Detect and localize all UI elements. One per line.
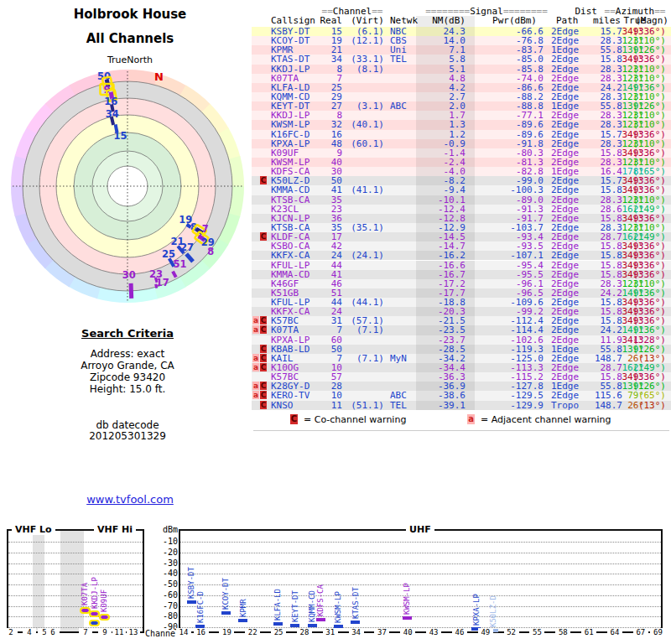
cell-callsign: KMMA-CD [271, 185, 309, 195]
cell-nm-db: -38.6 [438, 391, 466, 400]
signal-bar-kkdj-lp [91, 612, 98, 615]
cell-network: MyN [390, 354, 407, 363]
uhf-channel-tick: 31 [323, 628, 338, 636]
cell-nm-db: -39.1 [438, 401, 466, 410]
uhf-channel-tick: 58 [555, 628, 570, 636]
table-row: KMMA-CD41(41.1)-9.4-100.32Edge15.8349°(3… [252, 185, 671, 195]
cell-real-channel: 32 [331, 120, 342, 129]
search-zipcode: Zipcode 93420 [35, 371, 220, 383]
co-channel-warning-icon: C [260, 363, 267, 371]
col-header-virt: (Virt) [351, 16, 384, 26]
channel-number-label: 17 [156, 277, 169, 288]
cell-real-channel: 10 [331, 391, 342, 400]
cell-real-channel: 24 [331, 251, 342, 260]
cell-dist-miles: 28.3 [601, 120, 623, 129]
dbm-tick-label: -50 [141, 579, 178, 589]
uhf-channel-tick: 43 [426, 628, 441, 636]
col-header-netwk: Netwk [390, 16, 418, 26]
bar-label-klfa-ld: KLFA-LD [273, 589, 282, 621]
cell-azimuth-magnetic: (336°) [632, 185, 666, 195]
dbm-tick-label: -10 [141, 537, 178, 546]
co-channel-warning-icon: C [260, 232, 267, 241]
bar-label-k09uf: K09UF [100, 589, 108, 612]
dbm-tick-label: -20 [141, 548, 178, 557]
cell-power-dbm: -85.0 [516, 55, 544, 64]
adjacent-channel-warning-label: = Adjacent channel warning [481, 414, 611, 425]
table-row: CKNSO11(51.1)TEL-39.1-129.9Tropo148.726°… [252, 401, 671, 410]
signal-bar-kcoy-dt [221, 611, 231, 615]
dbm-gridline [180, 616, 661, 617]
nm-column-shading [416, 111, 475, 120]
cell-callsign: K07TA [271, 325, 299, 335]
cell-real-channel: 34 [331, 55, 342, 64]
signal-bar-kqmm-cd [308, 624, 317, 627]
signal-bar-kwsm-lp [403, 616, 412, 620]
vhf-channel-tick: 2 [4, 628, 18, 636]
table-row: KTAS-DT34(33.1)TEL5.8-85.02Edge15.8349°(… [252, 55, 671, 64]
channel-number-label: 8 [207, 246, 214, 257]
cell-power-dbm: -114.4 [510, 325, 544, 335]
cell-azimuth-magnetic: (336°) [632, 55, 666, 64]
tvfool-link[interactable]: www.tvfool.com [86, 493, 174, 506]
bar-label-kdfs-ca: KDFS-CA [316, 584, 325, 616]
table-row: K16FC-D161.2-89.62Edge15.7349°(336°) [252, 130, 671, 139]
adjacent-warning-icon: a [252, 325, 259, 334]
cell-virtual-channel: (60.1) [351, 139, 384, 148]
uhf-channel-tick: 69 [650, 628, 665, 636]
cell-callsign: KNSO [271, 401, 294, 410]
cell-nm-db: -23.5 [438, 325, 466, 335]
table-row: KTSB-CA35-10.1-89.02Edge28.3123°(110°) [252, 195, 671, 205]
col-header-nmdb: NM(dB) [432, 16, 466, 26]
cell-network: ABC [390, 391, 407, 400]
col-header-path: Path [556, 16, 579, 26]
cell-callsign: KERO-TV [271, 391, 309, 400]
cell-dist-miles: 15.8 [601, 185, 623, 195]
cell-power-dbm: -107.1 [510, 251, 544, 260]
vhf-channel-tick: 6 [46, 628, 60, 636]
bar-label-keyt-dt: KEYT-DT [291, 591, 299, 623]
search-criteria-heading: Search Criteria [35, 327, 220, 340]
co-channel-warning-icon: C [260, 345, 267, 353]
uhf-channel-tick: 37 [374, 628, 389, 636]
divider-line [253, 430, 669, 431]
search-height: Height: 15.0 ft. [35, 383, 220, 395]
col-header-real: Real [320, 16, 343, 26]
dbm-tick-label: -80 [141, 611, 178, 621]
dbm-gridline [180, 574, 661, 574]
uhf-channel-tick: 67 [633, 628, 648, 636]
cell-callsign: KWSM-LP [271, 120, 309, 129]
channel-number-label: 27 [180, 242, 194, 253]
vhf-channel-tick: 13 [127, 628, 140, 636]
cell-path: 2Edge [551, 391, 579, 400]
cell-nm-db: -16.2 [438, 251, 466, 260]
cell-dist-miles: 148.7 [595, 401, 622, 410]
signal-bar-k07ta [81, 609, 89, 612]
uhf-chart-panel [179, 529, 663, 633]
dbm-gridline [8, 542, 143, 543]
cell-dist-miles: 15.8 [601, 251, 623, 260]
co-channel-warning-icon: C [260, 176, 267, 184]
adjacent-warning-icon: a [252, 382, 259, 390]
cell-network: TEL [390, 401, 407, 410]
uhf-title: UHF [406, 524, 434, 535]
north-indicator: N [154, 70, 164, 83]
cell-dist-miles: 15.8 [601, 55, 623, 64]
adjacent-warning-icon: a [252, 391, 259, 399]
table-row: KWSM-LP32(40.1)1.3-89.62Edge28.3123°(110… [252, 120, 671, 129]
dbm-gridline [180, 606, 661, 607]
table-row: KKFX-CA24(24.1)-16.2-107.12Edge15.8349°(… [252, 251, 671, 260]
cell-path: 2Edge [551, 55, 579, 64]
uhf-channel-tick: 22 [245, 628, 260, 636]
col-header-magn: (Magn) [635, 16, 668, 26]
cell-virtual-channel: (7.1) [356, 325, 384, 335]
vhf-lo-title: VHF Lo [12, 524, 55, 535]
bar-label-kpxa-lp: KPXA-LP [472, 594, 481, 626]
signal-bar-ktas-dt [351, 621, 360, 624]
uhf-channel-tick: 28 [297, 628, 312, 636]
vhf-channel-tick: 11 [112, 628, 126, 636]
report-subtitle: All Channels [17, 31, 243, 46]
cell-azimuth-magnetic: (13°) [638, 401, 666, 410]
vhf-channel-tick: 7 [79, 628, 92, 636]
dbm-gridline [180, 584, 661, 585]
nm-column-shading [416, 101, 475, 111]
